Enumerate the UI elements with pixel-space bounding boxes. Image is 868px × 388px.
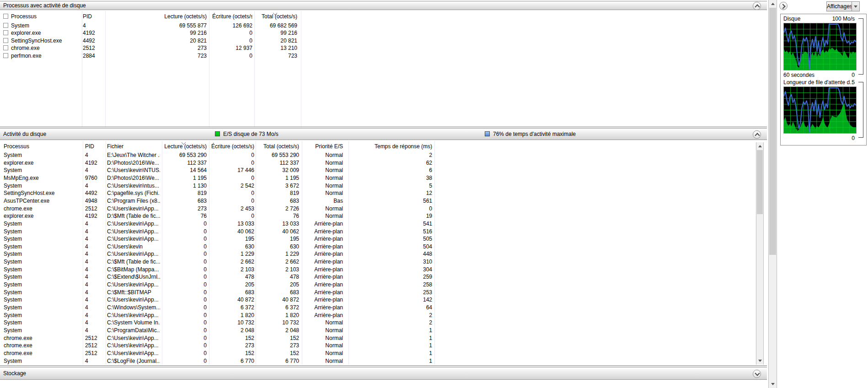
cell: Normal	[296, 212, 343, 220]
table-row[interactable]: System4C:\Users\kevin\App...0205205Arriè…	[0, 281, 752, 288]
collapse-sidebar-button[interactable]	[779, 2, 788, 10]
table-row[interactable]: explorer.exe4192D:\Photos\2016\We...112 …	[0, 159, 752, 167]
table-row[interactable]: perfmon.exe28847230723	[0, 52, 752, 59]
table-row[interactable]: System4C:\Users\kevin\App...040 06240 06…	[0, 228, 752, 235]
column-header[interactable]: Lecture (octets/s)	[163, 143, 207, 150]
column-header[interactable]: Total (octets/s)	[253, 13, 297, 20]
views-dropdown-button[interactable]	[852, 1, 860, 11]
table-row[interactable]: System4C:\$LogFile (Journal...06 7706 77…	[0, 357, 752, 365]
chevron-up-icon	[755, 133, 760, 138]
table-row[interactable]: System4C:\Users\kevin\ntus...1 1302 5423…	[0, 182, 752, 189]
cell: 12 937	[212, 44, 252, 52]
cell: 304	[366, 266, 432, 273]
table-header-row[interactable]: ProcessusPIDFichierLecture (octets/s)Écr…	[0, 143, 752, 150]
table-row[interactable]: AsusTPCenter.exe4948C:\Program Files (x8…	[0, 197, 752, 205]
cell: 4492	[83, 37, 104, 44]
table-row[interactable]: System4C:\Users\kevin\App...040 87240 87…	[0, 296, 752, 303]
table-row[interactable]: System4C:\Users\kevin\App...0195195Arriè…	[0, 235, 752, 242]
table-row[interactable]: System4C:\Users\kevin\App...013 03313 03…	[0, 220, 752, 227]
cell: 1 229	[257, 250, 299, 258]
table-row[interactable]: System4C:\System Volume In...010 73210 7…	[0, 319, 752, 326]
table-row[interactable]: SettingSyncHost.exe4492C:\pagefile.sys (…	[0, 189, 752, 197]
cell: 112 337	[163, 159, 207, 167]
disk-io-swatch-icon	[215, 131, 220, 136]
column-header[interactable]: Processus	[11, 13, 80, 20]
row-checkbox[interactable]	[3, 23, 8, 28]
views-button[interactable]: Affichages	[826, 1, 852, 11]
scrollbar-thumb[interactable]	[757, 150, 763, 214]
row-checkbox[interactable]	[3, 30, 8, 35]
cell: Arrière-plan	[296, 235, 343, 242]
table-row[interactable]: chrome.exe2512C:\Users\kevin\App...01521…	[0, 350, 752, 357]
row-checkbox[interactable]	[3, 14, 8, 19]
main-scrollbar[interactable]	[768, 0, 777, 388]
row-checkbox[interactable]	[3, 45, 8, 50]
column-header[interactable]: Temps de réponse (ms)	[366, 143, 432, 150]
cell: 4	[85, 182, 105, 189]
cell: 14 564	[163, 167, 207, 174]
active-time-swatch-icon	[485, 131, 490, 136]
table-row[interactable]: System469 555 877126 69269 682 569	[0, 22, 752, 29]
column-header[interactable]: PID	[85, 143, 105, 150]
scroll-up-button[interactable]	[769, 0, 777, 8]
column-header[interactable]: Écriture (octets/s)	[210, 143, 254, 150]
column-header[interactable]: PID	[83, 13, 104, 20]
collapse-activity-button[interactable]	[753, 130, 761, 139]
column-header[interactable]: Priorité E/S	[296, 143, 343, 150]
row-checkbox[interactable]	[3, 38, 8, 43]
cell: Normal	[296, 167, 343, 174]
column-header[interactable]: Total (octets/s)	[257, 143, 299, 150]
cell: 683	[163, 197, 207, 205]
cell: 4	[85, 312, 105, 319]
column-header[interactable]: Lecture (octets/s)	[115, 13, 207, 20]
cell: 69 555 877	[115, 22, 207, 29]
table-row[interactable]: chrome.exe2512C:\Users\kevin\App...01521…	[0, 334, 752, 342]
cell: 19	[366, 212, 432, 220]
table-row[interactable]: MsMpEng.exe9760D:\Photos\2016\We...1 195…	[0, 174, 752, 182]
table-row[interactable]: System4E:\Jeux\The Witcher ...69 553 290…	[0, 151, 752, 159]
table-row[interactable]: System4C:\Users\kevin\NTUS...14 56417 44…	[0, 167, 752, 174]
table-header-row[interactable]: ProcessusPIDLecture (octets/s)Écriture (…	[0, 13, 752, 20]
table-row[interactable]: explorer.exe419299 216099 216	[0, 29, 752, 37]
cell: 253	[366, 289, 432, 296]
cell: 0	[163, 327, 207, 334]
cell: System	[4, 304, 81, 311]
cell: 2	[366, 312, 432, 319]
table-row[interactable]: chrome.exe251227312 93713 210	[0, 44, 752, 52]
table-row[interactable]: System4C:\Windows\System...06 3726 372Ar…	[0, 304, 752, 311]
expand-storage-button[interactable]	[753, 370, 761, 378]
table-row[interactable]: System4C:\Users\kevin0630630Arrière-plan…	[0, 243, 752, 250]
cell: 2 726	[257, 205, 299, 212]
scroll-down-button[interactable]	[756, 357, 763, 365]
cell: 516	[366, 228, 432, 235]
triangle-up-icon	[758, 145, 762, 147]
column-header[interactable]: Écriture (octets/s)	[212, 13, 252, 20]
cell: 0	[163, 220, 207, 227]
table-row[interactable]: SettingSyncHost.exe449220 821020 821	[0, 37, 752, 44]
activity-scrollbar[interactable]	[756, 142, 764, 365]
cell: 142	[366, 296, 432, 303]
graph1-xlabel: 60 secondes	[783, 72, 814, 78]
table-row[interactable]: System4C:\$BitMap (Mappa...02 1032 103Ar…	[0, 266, 752, 273]
scroll-down-button[interactable]	[769, 380, 777, 388]
cell: Normal	[296, 327, 343, 334]
table-row[interactable]: System4C:\$Mft (Table de fic...02 6622 6…	[0, 258, 752, 265]
table-row[interactable]: System4C:\Users\kevin\App...01 2291 229A…	[0, 250, 752, 258]
table-row[interactable]: System4C:\Users\kevin\App...01 8201 820A…	[0, 312, 752, 319]
cell: 2	[366, 151, 432, 159]
column-header[interactable]: Fichier	[107, 143, 160, 150]
cell: 4	[85, 220, 105, 227]
table-row[interactable]: System4C:\$Extend\$UsnJrnl...0478478Arri…	[0, 273, 752, 280]
table-row[interactable]: System4C:\ProgramData\Mic...02 0482 048N…	[0, 327, 752, 334]
collapse-processes-button[interactable]	[753, 2, 761, 10]
scroll-up-button[interactable]	[756, 142, 763, 150]
table-row[interactable]: chrome.exe2512C:\Users\kevin\App...2732 …	[0, 205, 752, 212]
scrollbar-thumb[interactable]	[769, 8, 776, 255]
table-row[interactable]: chrome.exe2512C:\Users\kevin\App...02732…	[0, 342, 752, 349]
table-row[interactable]: explorer.exe4192D:\$Mft (Table de fic...…	[0, 212, 752, 220]
cell: 0	[163, 235, 207, 242]
chevron-up-icon	[755, 4, 760, 9]
table-row[interactable]: System4C:\$Mft::$BITMAP0683683Arrière-pl…	[0, 289, 752, 296]
row-checkbox[interactable]	[3, 53, 8, 58]
column-header[interactable]: Processus	[4, 143, 81, 150]
